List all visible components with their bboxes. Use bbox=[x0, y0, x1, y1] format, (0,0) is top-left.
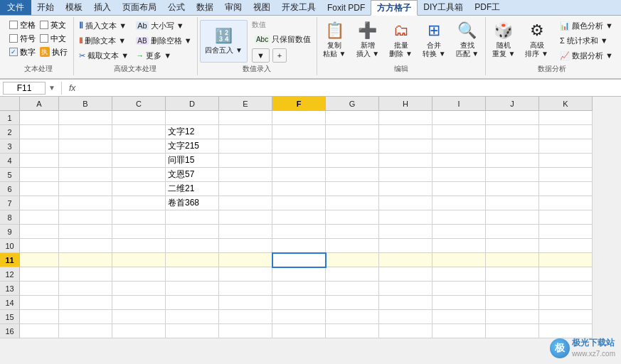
cell-A13[interactable] bbox=[20, 282, 59, 296]
cell-J5[interactable] bbox=[486, 168, 539, 182]
cell-J6[interactable] bbox=[486, 182, 539, 196]
cell-I12[interactable] bbox=[432, 267, 486, 282]
cell-I11[interactable] bbox=[432, 253, 486, 267]
cell-B16[interactable] bbox=[59, 324, 112, 338]
cell-D3[interactable]: 文字215 bbox=[166, 139, 219, 154]
row-header-9[interactable]: 9 bbox=[0, 225, 20, 239]
cell-F16[interactable] bbox=[272, 324, 326, 338]
cell-A1[interactable] bbox=[20, 111, 59, 125]
cell-H1[interactable] bbox=[379, 111, 432, 125]
col-header-J[interactable]: J bbox=[486, 97, 539, 111]
cell-J1[interactable] bbox=[486, 111, 539, 125]
cell-A12[interactable] bbox=[20, 267, 59, 282]
cell-F7[interactable] bbox=[272, 196, 326, 210]
cell-I3[interactable] bbox=[432, 139, 486, 154]
cell-B9[interactable] bbox=[59, 225, 112, 239]
cell-E11[interactable] bbox=[219, 253, 272, 267]
chk-number-box[interactable] bbox=[9, 48, 18, 56]
cell-I8[interactable] bbox=[432, 210, 486, 225]
cell-G10[interactable] bbox=[326, 239, 379, 253]
cell-D15[interactable] bbox=[166, 310, 219, 324]
cell-C1[interactable] bbox=[112, 111, 166, 125]
cell-H14[interactable] bbox=[379, 296, 432, 310]
cell-F15[interactable] bbox=[272, 310, 326, 324]
row-header-15[interactable]: 15 bbox=[0, 310, 20, 324]
cell-E8[interactable] bbox=[219, 210, 272, 225]
btn-round[interactable]: 🔢 四舍五入 ▼ bbox=[200, 20, 248, 63]
cell-F11[interactable] bbox=[272, 253, 326, 267]
row-header-8[interactable]: 8 bbox=[0, 210, 20, 225]
cell-A14[interactable] bbox=[20, 296, 59, 310]
btn-merge[interactable]: ⊞ 合并转换 ▼ bbox=[418, 18, 450, 61]
cell-A3[interactable] bbox=[20, 139, 59, 154]
menu-pdf2[interactable]: PDF工 bbox=[469, 0, 506, 15]
cell-G16[interactable] bbox=[326, 324, 379, 338]
cell-E15[interactable] bbox=[219, 310, 272, 324]
cell-D13[interactable] bbox=[166, 282, 219, 296]
cell-E16[interactable] bbox=[219, 324, 272, 338]
cell-G14[interactable] bbox=[326, 296, 379, 310]
cell-E10[interactable] bbox=[219, 239, 272, 253]
row-header-1[interactable]: 1 bbox=[0, 111, 20, 125]
cell-F2[interactable] bbox=[272, 125, 326, 139]
cell-E5[interactable] bbox=[219, 168, 272, 182]
cell-H2[interactable] bbox=[379, 125, 432, 139]
cell-G15[interactable] bbox=[326, 310, 379, 324]
cell-F4[interactable] bbox=[272, 154, 326, 168]
cell-J15[interactable] bbox=[486, 310, 539, 324]
cell-C6[interactable] bbox=[112, 182, 166, 196]
col-header-C[interactable]: C bbox=[112, 97, 166, 111]
cell-J10[interactable] bbox=[486, 239, 539, 253]
cell-A2[interactable] bbox=[20, 125, 59, 139]
col-header-E[interactable]: E bbox=[219, 97, 272, 111]
cell-E3[interactable] bbox=[219, 139, 272, 154]
cell-J11[interactable] bbox=[486, 253, 539, 267]
cell-H4[interactable] bbox=[379, 154, 432, 168]
btn-find[interactable]: 🔍 查找匹配 ▼ bbox=[452, 18, 484, 61]
cell-K8[interactable] bbox=[539, 210, 593, 225]
cell-H8[interactable] bbox=[379, 210, 432, 225]
menu-diy[interactable]: DIY工具箱 bbox=[418, 0, 469, 15]
cell-F3[interactable] bbox=[272, 139, 326, 154]
cell-C7[interactable] bbox=[112, 196, 166, 210]
cell-D4[interactable]: 问罪15 bbox=[166, 154, 219, 168]
cell-E2[interactable] bbox=[219, 125, 272, 139]
cell-J13[interactable] bbox=[486, 282, 539, 296]
chk-number[interactable]: 数字 bbox=[8, 46, 37, 58]
cell-C13[interactable] bbox=[112, 282, 166, 296]
cell-K11[interactable] bbox=[539, 253, 593, 267]
btn-batch-del[interactable]: 🗂 批量删除 ▼ bbox=[385, 18, 417, 61]
cell-A7[interactable] bbox=[20, 196, 59, 210]
menu-foxit[interactable]: Foxit PDF bbox=[322, 0, 371, 15]
btn-new-insert[interactable]: ➕ 新增插入 ▼ bbox=[352, 18, 384, 61]
cell-K3[interactable] bbox=[539, 139, 593, 154]
cell-H9[interactable] bbox=[379, 225, 432, 239]
cell-F9[interactable] bbox=[272, 225, 326, 239]
col-header-I[interactable]: I bbox=[432, 97, 486, 111]
cell-K10[interactable] bbox=[539, 239, 593, 253]
cell-K12[interactable] bbox=[539, 267, 593, 282]
cell-A16[interactable] bbox=[20, 324, 59, 338]
cell-G1[interactable] bbox=[326, 111, 379, 125]
btn-del-space[interactable]: AB 删除空格 ▼ bbox=[133, 33, 194, 48]
menu-formula[interactable]: 公式 bbox=[162, 0, 191, 15]
chk-chinese-box[interactable] bbox=[40, 34, 48, 43]
btn-dropdown-num[interactable]: ▼ bbox=[252, 48, 270, 63]
row-header-4[interactable]: 4 bbox=[0, 154, 20, 168]
menu-home[interactable]: 开始 bbox=[31, 0, 60, 15]
cell-B15[interactable] bbox=[59, 310, 112, 324]
chk-execute[interactable]: 执 执行 bbox=[38, 46, 69, 58]
cell-J2[interactable] bbox=[486, 125, 539, 139]
btn-insert-text[interactable]: Ⅱ 插入文本 ▼ bbox=[76, 18, 132, 33]
cell-C4[interactable] bbox=[112, 154, 166, 168]
cell-K14[interactable] bbox=[539, 296, 593, 310]
chk-english[interactable]: 英文 bbox=[38, 18, 69, 31]
cell-I7[interactable] bbox=[432, 196, 486, 210]
col-header-F[interactable]: F bbox=[272, 97, 326, 111]
btn-data-analysis[interactable]: 📈 数据分析 ▼ bbox=[557, 48, 616, 63]
cell-I9[interactable] bbox=[432, 225, 486, 239]
cell-E7[interactable] bbox=[219, 196, 272, 210]
col-header-G[interactable]: G bbox=[326, 97, 379, 111]
cell-A8[interactable] bbox=[20, 210, 59, 225]
cell-I16[interactable] bbox=[432, 324, 486, 338]
